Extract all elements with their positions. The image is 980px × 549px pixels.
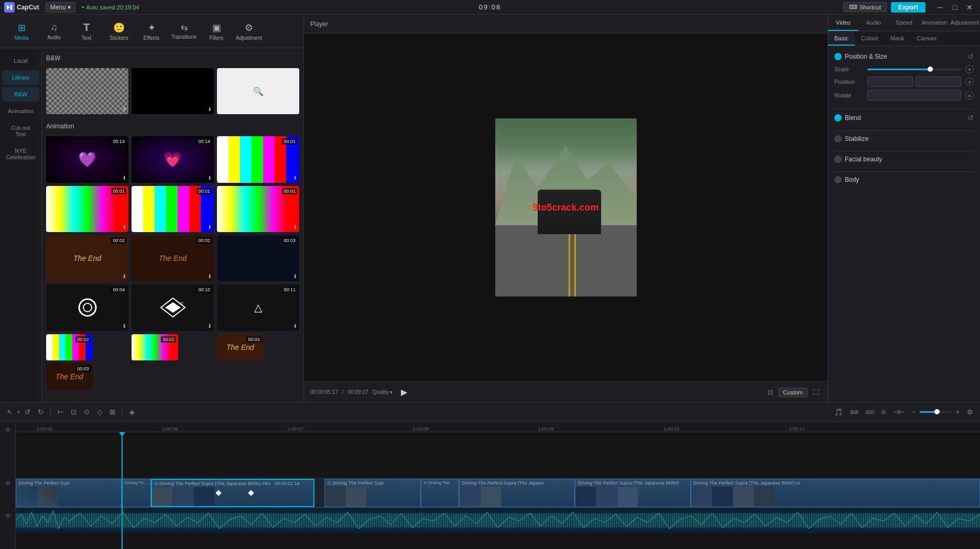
- sidebar-item-animation[interactable]: Animation: [2, 104, 39, 118]
- thumb-colorbars-4[interactable]: 00:01 ⬇: [217, 186, 299, 232]
- shortcut-button[interactable]: ⌨ Shortcut: [843, 2, 887, 12]
- tl-crop-button[interactable]: ⊠: [107, 407, 118, 418]
- tl-delete-button[interactable]: ⊡: [68, 407, 79, 418]
- tab-audio[interactable]: Audio: [858, 15, 889, 31]
- car-body: [538, 190, 602, 234]
- subtab-cutout[interactable]: Cutout: [855, 31, 884, 46]
- fit-button[interactable]: ⊡: [766, 388, 775, 397]
- tl-clip-5[interactable]: Driving The Perfect Supra (The Japane: [459, 479, 575, 507]
- rotate-keyframe-icon[interactable]: ◆: [965, 91, 974, 100]
- tab-adjustment[interactable]: Adjustment: [950, 15, 980, 31]
- thumb-colorbars-6[interactable]: 00:02: [132, 334, 178, 360]
- toolbar-stickers[interactable]: 🙂 Stickers: [104, 18, 134, 45]
- position-size-reset-icon[interactable]: ↺: [967, 52, 974, 61]
- maximize-button[interactable]: □: [949, 3, 961, 12]
- subtab-canvas[interactable]: Canvas: [911, 31, 943, 46]
- position-y-input[interactable]: [916, 76, 962, 87]
- tl-clip-4[interactable]: ⊙ Driving The: [421, 479, 460, 507]
- menu-button[interactable]: Menu ▾: [46, 2, 75, 13]
- tl-fit-button[interactable]: ⊟: [879, 408, 888, 416]
- tl-clip-7[interactable]: Driving The Perfect Supra (The Japanese …: [691, 479, 980, 507]
- tl-undo-button[interactable]: ↺: [22, 407, 33, 418]
- tl-clip-3[interactable]: ⊙ Driving The Perfect Supr: [324, 479, 421, 507]
- body-toggle[interactable]: [834, 176, 842, 183]
- position-keyframe-icon[interactable]: ◆: [965, 78, 974, 86]
- tl-clip-6[interactable]: Driving The Perfect Supra (The Japanese …: [575, 479, 691, 507]
- thumb-black[interactable]: ⬇: [132, 68, 214, 114]
- toolbar-filters[interactable]: ▣ Filters: [201, 18, 232, 45]
- scale-slider[interactable]: [867, 69, 961, 70]
- minimize-button[interactable]: ─: [934, 3, 946, 12]
- tl-zoom-minus[interactable]: −: [909, 407, 919, 418]
- thumb-checkerboard[interactable]: ⬇: [46, 68, 128, 114]
- tl-redo-button[interactable]: ↻: [35, 407, 46, 418]
- tl-color-button[interactable]: ◈: [127, 407, 137, 418]
- toolbar-transitions[interactable]: ⇆ Transitions: [169, 18, 199, 45]
- tl-clip-1-label: Driving The Perfect Supr: [16, 479, 121, 487]
- sidebar-item-cutout[interactable]: Cut-out Text: [2, 120, 39, 141]
- tl-zoom-plus[interactable]: +: [953, 407, 962, 418]
- tl-settings-button[interactable]: ⚙: [964, 407, 976, 418]
- subtab-basic[interactable]: Basic: [828, 31, 855, 46]
- thumb-colorbars-2[interactable]: 00:01 ⬇: [46, 186, 128, 232]
- facial-beauty-toggle[interactable]: [834, 156, 842, 163]
- tl-zoom-slider[interactable]: [920, 411, 951, 413]
- tl-snap-button[interactable]: ⊣⊢: [890, 407, 907, 418]
- toolbar-effects[interactable]: ✦ Effects: [136, 18, 167, 45]
- thumb-colorbars-1[interactable]: 00:01 ⬇: [217, 136, 299, 182]
- play-button[interactable]: ▶: [397, 385, 411, 400]
- thumb-heart-pink[interactable]: 💜 00:14 ⬇: [46, 136, 128, 182]
- quality-button[interactable]: Quality ▾: [373, 389, 393, 395]
- tl-zoom-thumb[interactable]: [934, 409, 940, 414]
- stabilize-toggle[interactable]: [834, 135, 842, 142]
- tl-keyframe-button[interactable]: ◇: [94, 407, 105, 418]
- tl-zoom-in-clip[interactable]: ⊞⊞: [847, 408, 861, 416]
- tl-freeze-button[interactable]: ⊙: [81, 407, 92, 418]
- tl-clip-3-thumb-2: [346, 487, 367, 507]
- tab-video[interactable]: Video: [828, 15, 858, 31]
- thumb-colorbars-3[interactable]: 00:01 ⬇: [132, 186, 214, 232]
- thumb-triangle-1[interactable]: △ 00:11 ⬇: [217, 284, 299, 331]
- close-button[interactable]: ✕: [963, 3, 976, 12]
- blend-reset-icon[interactable]: ↺: [967, 114, 974, 122]
- thumb-heart-rainbow[interactable]: 💗 00:14 ⬇: [132, 136, 214, 182]
- thumb-colorbars-5[interactable]: 00:02: [46, 334, 93, 360]
- sidebar-item-local[interactable]: Local: [2, 53, 39, 68]
- tl-clip-selected[interactable]: ⊙ Driving The Perfect Supra (The Japanes…: [151, 479, 315, 507]
- custom-button[interactable]: Custom: [778, 388, 808, 397]
- subtab-mask[interactable]: Mask: [884, 31, 910, 46]
- sidebar-item-nye[interactable]: NYE Celebration: [2, 144, 39, 164]
- download-icon-8: ⬇: [293, 224, 297, 230]
- tl-audio-snap-button[interactable]: 🎵: [832, 407, 845, 418]
- fullscreen-button[interactable]: ⛶: [811, 388, 821, 397]
- position-size-toggle[interactable]: [834, 53, 842, 60]
- tab-speed[interactable]: Speed: [889, 15, 919, 31]
- thumb-circle-1[interactable]: 00:04 ⬇: [46, 284, 128, 331]
- tl-clip-2[interactable]: Driving The Pe: [122, 479, 150, 507]
- tl-clip-1[interactable]: Driving The Perfect Supr: [16, 479, 122, 507]
- thumb-white[interactable]: 🔍: [217, 68, 299, 114]
- thumb-dark-1[interactable]: 00:03 ⬇: [217, 235, 299, 281]
- tl-select-tool[interactable]: ↖: [4, 407, 15, 418]
- thumb-theend-2[interactable]: The End 00:02 ⬇: [132, 235, 214, 281]
- blend-toggle[interactable]: [834, 114, 842, 122]
- thumb-theend-4[interactable]: The End 00:03: [46, 364, 93, 390]
- svg-rect-0: [10, 5, 12, 10]
- sidebar-item-library[interactable]: Library: [2, 70, 39, 85]
- thumb-diamond-1[interactable]: ⊡ 00:10 ⬇: [132, 284, 214, 331]
- tl-add-icon[interactable]: ⊕: [5, 426, 10, 433]
- thumb-theend-1[interactable]: The End 00:02 ⬇: [46, 235, 128, 281]
- export-button[interactable]: Export: [891, 2, 925, 13]
- position-x-input[interactable]: [867, 76, 913, 87]
- toolbar-text[interactable]: T Text: [71, 18, 102, 45]
- toolbar-media[interactable]: ⊞ Media: [6, 18, 37, 45]
- tab-animation[interactable]: Animation: [919, 15, 950, 31]
- sidebar-item-bw[interactable]: B&W: [2, 87, 39, 102]
- toolbar-audio[interactable]: ♫ Audio: [39, 18, 69, 45]
- thumb-theend-3[interactable]: The End 00:03: [217, 334, 264, 360]
- toolbar-adjustment[interactable]: ⚙ Adjustment: [234, 18, 264, 45]
- scale-keyframe-icon[interactable]: ◆: [965, 65, 974, 73]
- rotate-input[interactable]: [867, 90, 961, 101]
- tl-split-button[interactable]: ⊢: [55, 407, 66, 418]
- tl-zoom-out-clip[interactable]: ⊟⊟: [863, 408, 877, 416]
